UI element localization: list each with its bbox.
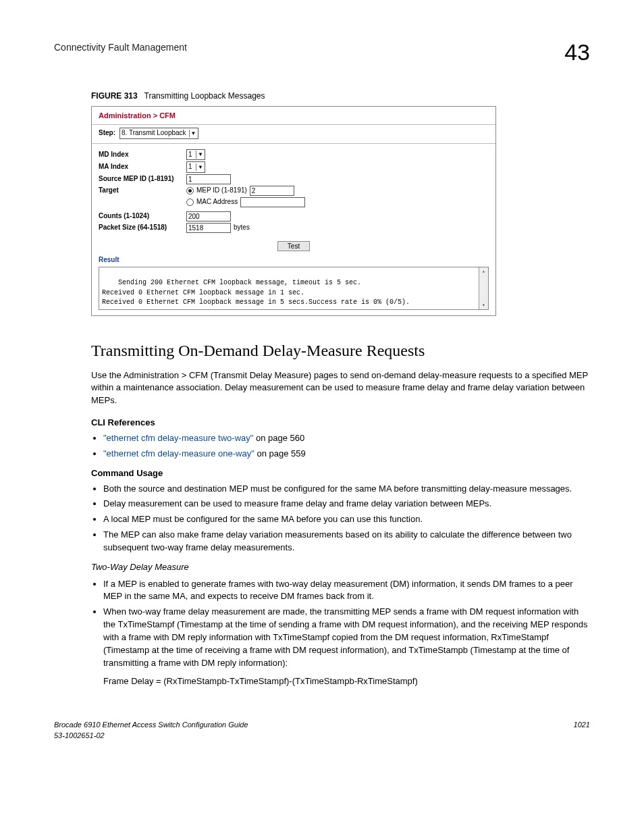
chevron-down-icon: ▼ — [196, 151, 203, 159]
two-way-head: Two-Way Delay Measure — [91, 561, 590, 574]
footer-page-number: 1021 — [574, 720, 590, 741]
header-section-title: Connectivity Fault Management — [54, 41, 187, 54]
md-index-select[interactable]: 1 ▼ — [186, 149, 205, 161]
chevron-down-icon: ▼ — [189, 130, 196, 138]
target-mepid-input[interactable]: 2 — [250, 186, 294, 196]
cli-link[interactable]: "ethernet cfm delay-measure one-way" — [103, 448, 254, 459]
figure-label: FIGURE 313 — [91, 91, 138, 101]
scroll-up-icon[interactable]: ▴ — [479, 267, 488, 276]
target-label: Target — [99, 186, 186, 196]
list-item: When two-way frame delay measurement are… — [103, 606, 590, 687]
target-mepid-label: MEP ID (1-8191) — [196, 186, 247, 196]
figure-caption: FIGURE 313 Transmitting Loopback Message… — [91, 90, 590, 102]
list-item: Delay measurement can be used to measure… — [103, 498, 590, 511]
section-intro: Use the Administration > CFM (Transmit D… — [91, 369, 590, 408]
breadcrumb: Administration > CFM — [92, 107, 495, 125]
step-select-value: 8. Transmit Loopback — [122, 128, 186, 138]
packet-size-unit: bytes — [234, 223, 250, 233]
list-item: "ethernet cfm delay-measure two-way" on … — [103, 432, 590, 445]
list-item: The MEP can also make frame delay variat… — [103, 529, 590, 554]
scrollbar[interactable]: ▴▾ — [479, 267, 488, 309]
two-way-list: If a MEP is enabled to generate frames w… — [91, 578, 590, 688]
result-label: Result — [92, 255, 495, 265]
command-usage-list: Both the source and destination MEP must… — [91, 483, 590, 554]
result-box: Sending 200 Ethernet CFM loopback messag… — [99, 267, 489, 310]
counts-input[interactable]: 200 — [186, 211, 231, 221]
page-footer: Brocade 6910 Ethernet Access Switch Conf… — [54, 720, 590, 741]
counts-label: Counts (1-1024) — [99, 211, 186, 221]
frame-delay-formula: Frame Delay = (RxTimeStampb-TxTimeStampf… — [103, 675, 590, 688]
figure-title: Transmitting Loopback Messages — [144, 91, 265, 101]
form-body: MD Index 1 ▼ MA Index 1 ▼ Source MEP ID … — [92, 144, 495, 237]
cli-references-list: "ethernet cfm delay-measure two-way" on … — [91, 432, 590, 461]
ma-index-select[interactable]: 1 ▼ — [186, 161, 205, 173]
list-item: If a MEP is enabled to generate frames w… — [103, 578, 590, 604]
command-usage-head: Command Usage — [91, 467, 590, 480]
list-item: "ethernet cfm delay-measure one-way" on … — [103, 448, 590, 461]
ma-index-label: MA Index — [99, 162, 186, 172]
list-item: A local MEP must be configured for the s… — [103, 513, 590, 526]
step-row: Step: 8. Transmit Loopback ▼ — [92, 125, 495, 144]
md-index-label: MD Index — [99, 150, 186, 160]
packet-size-label: Packet Size (64-1518) — [99, 223, 186, 233]
step-select[interactable]: 8. Transmit Loopback ▼ — [119, 128, 198, 139]
target-mepid-radio[interactable] — [186, 187, 194, 194]
step-label: Step: — [99, 128, 115, 138]
footer-left: Brocade 6910 Ethernet Access Switch Conf… — [54, 720, 248, 741]
test-button[interactable]: Test — [277, 241, 310, 251]
target-mac-input[interactable] — [240, 197, 305, 207]
target-mac-radio[interactable] — [186, 199, 194, 206]
cli-references-head: CLI References — [91, 417, 590, 429]
scroll-down-icon[interactable]: ▾ — [479, 301, 488, 309]
header-chapter-number: 43 — [564, 41, 590, 63]
test-row: Test — [92, 237, 495, 256]
section-title: Transmitting On-Demand Delay-Measure Req… — [91, 339, 590, 363]
cli-link[interactable]: "ethernet cfm delay-measure two-way" — [103, 433, 253, 443]
target-mac-label: MAC Address — [196, 197, 238, 207]
chevron-down-icon: ▼ — [196, 163, 203, 172]
list-item: Both the source and destination MEP must… — [103, 483, 590, 496]
source-mep-label: Source MEP ID (1-8191) — [99, 174, 186, 184]
packet-size-input[interactable]: 1518 — [186, 223, 231, 233]
source-mep-input[interactable]: 1 — [186, 174, 231, 184]
result-text: Sending 200 Ethernet CFM loopback messag… — [102, 279, 410, 306]
figure-screenshot: Administration > CFM Step: 8. Transmit L… — [91, 106, 496, 315]
page-header: Connectivity Fault Management 43 — [54, 41, 590, 63]
